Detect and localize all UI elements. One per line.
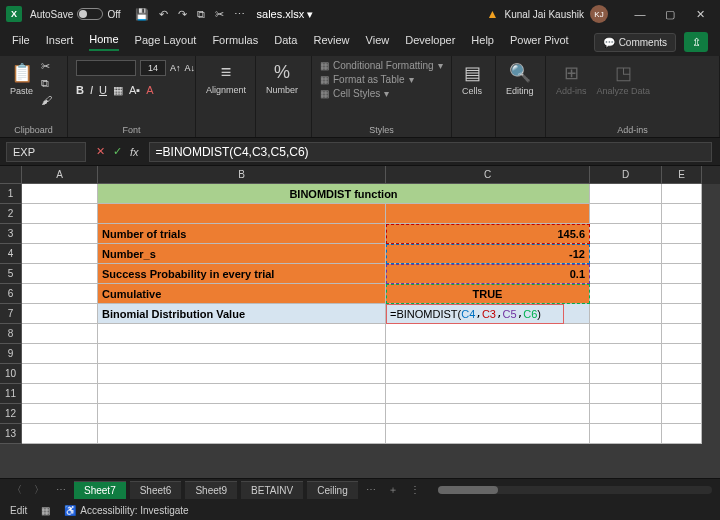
username[interactable]: Kunal Jai Kaushik [505, 9, 585, 20]
sheet-tab[interactable]: Sheet9 [185, 481, 237, 499]
row-header[interactable]: 12 [0, 404, 22, 424]
cell[interactable] [662, 344, 702, 364]
cell[interactable]: Cumulative [98, 284, 386, 304]
row-header[interactable]: 2 [0, 204, 22, 224]
row-header[interactable]: 10 [0, 364, 22, 384]
status-stats-icon[interactable]: ▦ [41, 505, 50, 516]
undo-icon[interactable]: ↶ [159, 8, 168, 21]
row-header[interactable]: 5 [0, 264, 22, 284]
cell[interactable] [662, 364, 702, 384]
tab-developer[interactable]: Developer [405, 34, 455, 50]
tab-review[interactable]: Review [313, 34, 349, 50]
tab-insert[interactable]: Insert [46, 34, 74, 50]
tab-data[interactable]: Data [274, 34, 297, 50]
copy-button[interactable]: ⧉ [41, 77, 52, 90]
sheet-tab[interactable]: Sheet6 [130, 481, 182, 499]
cell[interactable] [22, 204, 98, 224]
cancel-formula-icon[interactable]: ✕ [96, 145, 105, 158]
tab-home[interactable]: Home [89, 33, 118, 51]
save-icon[interactable]: 💾 [135, 8, 149, 21]
select-all-corner[interactable] [0, 166, 22, 184]
format-painter-button[interactable]: 🖌 [41, 94, 52, 106]
cell[interactable] [22, 284, 98, 304]
sheet-tab[interactable]: BETAINV [241, 481, 303, 499]
cell[interactable] [22, 264, 98, 284]
row-header[interactable]: 9 [0, 344, 22, 364]
cell[interactable] [22, 244, 98, 264]
cell[interactable] [590, 364, 662, 384]
cell[interactable] [386, 384, 590, 404]
cell[interactable] [590, 344, 662, 364]
cell[interactable] [22, 364, 98, 384]
row-header[interactable]: 3 [0, 224, 22, 244]
cut-icon[interactable]: ✂ [215, 8, 224, 21]
cell[interactable] [590, 224, 662, 244]
col-header-a[interactable]: A [22, 166, 98, 184]
underline-button[interactable]: U [99, 84, 107, 97]
cell[interactable] [662, 184, 702, 204]
col-header-d[interactable]: D [590, 166, 662, 184]
tab-formulas[interactable]: Formulas [212, 34, 258, 50]
format-as-table-button[interactable]: ▦ Format as Table ▾ [320, 74, 414, 85]
add-sheet-icon[interactable]: ＋ [384, 483, 402, 497]
cell[interactable] [590, 384, 662, 404]
row-header[interactable]: 6 [0, 284, 22, 304]
cell[interactable] [98, 404, 386, 424]
cell[interactable] [590, 204, 662, 224]
cell[interactable] [662, 384, 702, 404]
alignment-button[interactable]: ≡Alignment [204, 60, 248, 97]
cell[interactable] [22, 404, 98, 424]
share-button[interactable]: ⇫ [684, 32, 708, 52]
row-header[interactable]: 7 [0, 304, 22, 324]
autosave-toggle[interactable]: AutoSave Off [30, 8, 121, 20]
cell[interactable] [386, 344, 590, 364]
cell[interactable] [98, 324, 386, 344]
conditional-formatting-button[interactable]: ▦ Conditional Formatting ▾ [320, 60, 443, 71]
cell[interactable] [22, 224, 98, 244]
tab-powerpivot[interactable]: Power Pivot [510, 34, 569, 50]
cell[interactable] [590, 304, 662, 324]
cell[interactable] [662, 284, 702, 304]
cell[interactable] [386, 404, 590, 424]
tab-pagelayout[interactable]: Page Layout [135, 34, 197, 50]
tab-help[interactable]: Help [471, 34, 494, 50]
minimize-button[interactable]: — [626, 4, 654, 24]
formula-input[interactable]: =BINOMDIST(C4,C3,C5,C6) [149, 142, 712, 162]
cell[interactable]: Binomial Distribution Value [98, 304, 386, 324]
cell[interactable]: Success Probability in every trial [98, 264, 386, 284]
filename[interactable]: sales.xlsx ▾ [257, 8, 314, 21]
bold-button[interactable]: B [76, 84, 84, 97]
avatar[interactable]: KJ [590, 5, 608, 23]
grid[interactable]: A B C D E 1BINOMDIST function 2 3Number … [0, 166, 720, 478]
cell[interactable] [590, 184, 662, 204]
redo-icon[interactable]: ↷ [178, 8, 187, 21]
name-box[interactable]: EXP [6, 142, 86, 162]
cell[interactable] [662, 424, 702, 444]
row-header[interactable]: 13 [0, 424, 22, 444]
row-header[interactable]: 4 [0, 244, 22, 264]
cell[interactable]: 0.1 [386, 264, 590, 284]
cut-button[interactable]: ✂ [41, 60, 52, 73]
cell[interactable] [662, 224, 702, 244]
cell[interactable]: -12 [386, 244, 590, 264]
row-header[interactable]: 8 [0, 324, 22, 344]
cell[interactable] [590, 424, 662, 444]
cell[interactable] [98, 384, 386, 404]
accessibility-status[interactable]: ♿ Accessibility: Investigate [64, 505, 188, 516]
col-header-b[interactable]: B [98, 166, 386, 184]
editing-button[interactable]: 🔍Editing [504, 60, 536, 98]
tab-file[interactable]: File [12, 34, 30, 50]
cell[interactable] [386, 204, 590, 224]
cells-button[interactable]: ▤Cells [460, 60, 484, 98]
cell-styles-button[interactable]: ▦ Cell Styles ▾ [320, 88, 389, 99]
sheet-tab[interactable]: Ceiling [307, 481, 358, 499]
decrease-font-icon[interactable]: A↓ [185, 63, 196, 73]
cell[interactable] [98, 424, 386, 444]
cell[interactable]: TRUE [386, 284, 590, 304]
border-button[interactable]: ▦ [113, 84, 123, 97]
italic-button[interactable]: I [90, 84, 93, 97]
sheet-tab[interactable]: Sheet7 [74, 481, 126, 499]
cell[interactable] [590, 324, 662, 344]
close-button[interactable]: ✕ [686, 4, 714, 24]
row-header[interactable]: 1 [0, 184, 22, 204]
